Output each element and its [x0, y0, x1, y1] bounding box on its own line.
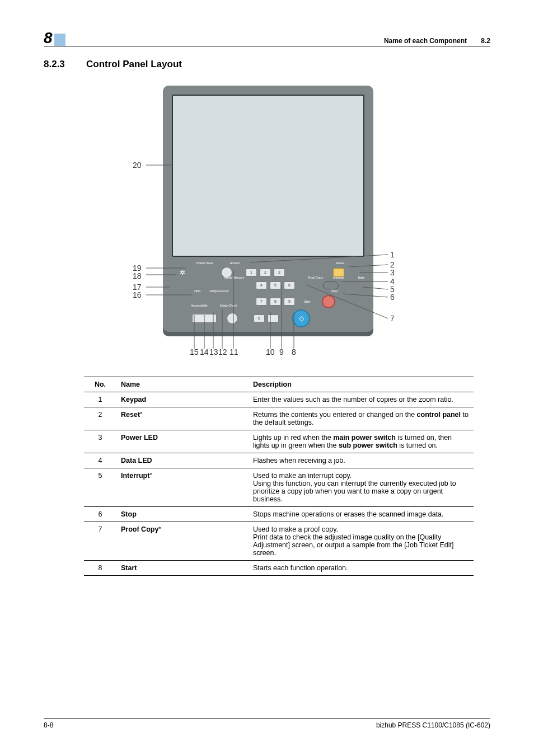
- callout-12: 12: [218, 348, 227, 356]
- keypad-6: 6: [284, 281, 295, 289]
- proof-copy-label: Proof Copy: [307, 276, 323, 279]
- cell-desc: Lights up in red when the main power swi…: [249, 430, 474, 453]
- header-right: Name of each Component 8.2: [384, 37, 490, 45]
- table-row: 2Reset*Returns the contents you entered …: [84, 407, 474, 430]
- callout-18: 18: [133, 271, 142, 280]
- cell-name: Reset*: [116, 407, 249, 430]
- controls-area: Power Save Access Reset ✲ 1 2 3: [172, 259, 364, 322]
- callout-13: 13: [209, 348, 218, 356]
- page-footer: 8-8 bizhub PRESS C1100/C1085 (IC-602): [44, 719, 490, 729]
- table-row: 3Power LEDLights up in red when the main…: [84, 430, 474, 453]
- cell-desc: Used to make an interrupt copy.Using thi…: [249, 468, 474, 507]
- cell-desc: Returns the contents you entered or chan…: [249, 407, 474, 430]
- header-section: 8.2: [481, 37, 490, 45]
- callout-20: 20: [133, 161, 142, 170]
- accessibility-button: [192, 314, 217, 323]
- keypad-2: 2: [260, 269, 271, 276]
- cell-name: Power LED: [116, 430, 249, 453]
- keypad-3: 3: [274, 269, 285, 276]
- cell-name: Stop: [116, 507, 249, 522]
- power-save-label: Power Save: [196, 261, 213, 265]
- table-header-row: No. Name Description: [84, 377, 474, 392]
- reset-label: Reset: [336, 261, 344, 265]
- keypad-4: 4: [256, 281, 267, 289]
- table-row: 4Data LEDFlashes when receiving a job.: [84, 453, 474, 468]
- cell-name: Keypad: [116, 392, 249, 407]
- diagram-container: Power Save Access Reset ✲ 1 2 3: [44, 86, 490, 354]
- cell-no: 3: [84, 430, 116, 453]
- data-label: Data: [358, 276, 364, 279]
- keypad-0: 0: [254, 314, 265, 322]
- table-row: 7Proof Copy*Used to make a proof copy.Pr…: [84, 522, 474, 561]
- control-panel-diagram: Power Save Access Reset ✲ 1 2 3: [138, 86, 396, 354]
- cell-name: Start: [116, 561, 249, 576]
- cell-no: 1: [84, 392, 116, 407]
- footer-page: 8-8: [44, 721, 53, 729]
- table-row: 5Interrupt*Used to make an interrupt cop…: [84, 468, 474, 507]
- cell-name: Proof Copy*: [116, 522, 249, 561]
- cell-name: Data LED: [116, 453, 249, 468]
- cell-no: 7: [84, 522, 116, 561]
- chapter-number: 8: [44, 29, 52, 47]
- cell-desc: Flashes when receiving a job.: [249, 453, 474, 468]
- callout-1: 1: [390, 250, 395, 259]
- access-label: Access: [230, 261, 240, 265]
- th-name: Name: [116, 377, 249, 392]
- footer-product: bizhub PRESS C1100/C1085 (IC-602): [376, 721, 490, 729]
- section-title: Control Panel Layout: [86, 59, 182, 70]
- cell-no: 8: [84, 561, 116, 576]
- interrupt-label: Interrupt: [333, 276, 344, 279]
- cell-name: Interrupt*: [116, 468, 249, 507]
- start-button: ◇: [292, 309, 310, 327]
- section-number: 8.2.3: [44, 59, 73, 70]
- cell-no: 5: [84, 468, 116, 507]
- chapter-badge: 8: [44, 27, 65, 45]
- mode-memory-label: Mode Memory: [224, 276, 244, 279]
- mode-check-label: Mode Check: [220, 304, 237, 307]
- cell-desc: Enter the values such as the number of c…: [249, 392, 474, 407]
- utility-counter-label: Utility/Counter: [209, 289, 229, 293]
- callout-9: 9: [279, 348, 284, 356]
- keypad-1: 1: [246, 269, 257, 276]
- th-no: No.: [84, 377, 116, 392]
- table-row: 1KeypadEnter the values such as the numb…: [84, 392, 474, 407]
- cell-no: 2: [84, 407, 116, 430]
- th-desc: Description: [249, 377, 474, 392]
- callout-6: 6: [390, 293, 395, 302]
- interrupt-button: [323, 281, 339, 289]
- section-heading: 8.2.3 Control Panel Layout: [44, 59, 490, 70]
- cell-no: 6: [84, 507, 116, 522]
- table-row: 6StopStops machine operations or erases …: [84, 507, 474, 522]
- touch-screen: [172, 95, 364, 257]
- chapter-accent-bar: [54, 34, 65, 46]
- cell-desc: Stops machine operations or erases the s…: [249, 507, 474, 522]
- callout-10: 10: [266, 348, 275, 356]
- page-header: 8 Name of each Component 8.2: [44, 27, 490, 46]
- callout-16: 16: [133, 290, 142, 299]
- keypad-clear: [268, 314, 279, 322]
- help-label: Help: [194, 289, 200, 293]
- table-row: 8StartStarts each function operation.: [84, 561, 474, 576]
- accessibility-label: Accessibility: [191, 304, 208, 307]
- keypad-5: 5: [270, 281, 281, 289]
- callout-11: 11: [229, 348, 238, 356]
- description-table: No. Name Description 1KeypadEnter the va…: [84, 377, 474, 576]
- start-label: Start: [304, 300, 311, 303]
- brightness-icon: ✲: [180, 269, 185, 276]
- cell-no: 4: [84, 453, 116, 468]
- callout-15: 15: [190, 348, 199, 356]
- stop-label: Stop: [331, 289, 338, 293]
- callout-3: 3: [390, 268, 395, 277]
- cell-desc: Starts each function operation.: [249, 561, 474, 576]
- mode-check-button: [227, 313, 238, 324]
- callout-14: 14: [200, 348, 209, 356]
- header-label: Name of each Component: [384, 37, 467, 45]
- cell-desc: Used to make a proof copy.Print data to …: [249, 522, 474, 561]
- callout-8: 8: [292, 348, 296, 356]
- callout-7: 7: [390, 314, 395, 323]
- panel-body: Power Save Access Reset ✲ 1 2 3: [163, 86, 373, 332]
